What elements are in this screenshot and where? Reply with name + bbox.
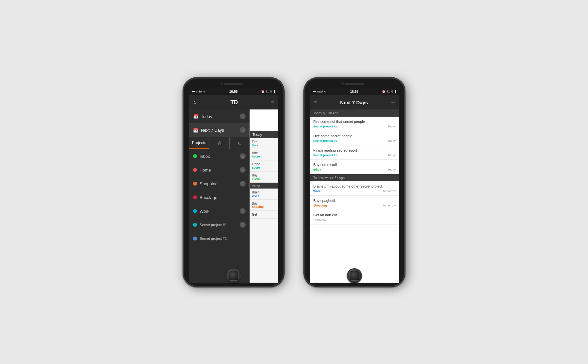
task-brainstorm[interactable]: Brainstorm about some other secret proje…: [310, 181, 399, 196]
projects-list: Inbox 2 Home 2 Shopping 1: [189, 149, 250, 245]
preview-task-finish[interactable]: Finish Secre: [250, 160, 278, 172]
task-preview-panel: Today Fire Secr Hire Secre Finish Secre …: [250, 131, 278, 283]
volume-up-button-right[interactable]: [304, 111, 304, 121]
today-section-header: Today qui 30 Ago: [310, 109, 399, 117]
home-label: Home: [200, 168, 211, 173]
hire-project-label: Secret project #1: [313, 139, 337, 142]
brainstorm-date: Tomorrow: [383, 190, 396, 193]
project-shopping[interactable]: Shopping 1: [189, 177, 250, 190]
secret2-dot: [193, 237, 197, 240]
shopping-badge: 1: [240, 181, 246, 187]
next7days-badge: 8: [240, 127, 246, 133]
fire-title: Fire: [252, 140, 276, 144]
speaker-right: [345, 83, 364, 85]
finish-project: Secre: [252, 166, 276, 169]
preview-task-hire[interactable]: Hire Secre: [250, 149, 278, 160]
project-inbox[interactable]: Inbox 2: [189, 149, 250, 163]
preview-task-brain[interactable]: Brain Work: [250, 189, 278, 200]
refresh-icon[interactable]: ↻: [193, 100, 197, 105]
today-badge: 4: [240, 113, 246, 119]
project-bricolage[interactable]: Bricolage: [189, 190, 250, 204]
screen-content: 📅 Today 4 📆 Next 7 Days 8 Projects: [189, 109, 278, 283]
tasklist-content: Today qui 30 Ago Fire some not that secr…: [310, 109, 399, 224]
power-button-right[interactable]: [404, 130, 405, 147]
left-phone: ▪▪▪ entel ∿ 16:55 ⏰ 91 % ▐ ↻ TD ≡ 📅: [183, 77, 284, 287]
preview-task-fire[interactable]: Fire Secr: [250, 138, 278, 149]
time-display-right: 16:55: [350, 90, 359, 93]
shopping-dot: [193, 182, 197, 186]
haircut-date: Tomorrow: [313, 218, 326, 222]
haircut-meta: Tomorrow: [313, 218, 396, 222]
menu-icon-right[interactable]: ≡: [314, 99, 317, 105]
preview-task-get[interactable]: Get: [250, 211, 278, 219]
task-buy-stuff[interactable]: Buy some stuff Inbox Today: [310, 160, 399, 174]
volume-down-button-right[interactable]: [304, 125, 304, 135]
project-secret2[interactable]: Secret project #2: [189, 232, 250, 245]
filter-icon: ⊟: [238, 141, 241, 145]
hire-task-title: Hire some secret people.: [313, 134, 396, 138]
project-work[interactable]: Work 1: [189, 204, 250, 218]
volume-down-button[interactable]: [183, 125, 184, 135]
home-dot: [193, 168, 197, 172]
work-dot: [193, 209, 197, 213]
buy-stuff-title: Buy some stuff: [313, 162, 396, 167]
alarm-icon: ⏰: [261, 90, 265, 93]
fire-task-title: Fire some not that secret people: [313, 119, 396, 124]
spaghetti-meta: Shopping Tomorrow: [313, 204, 396, 207]
haircut-title: Get an hair cut: [313, 213, 396, 217]
project-secret1[interactable]: Secret project #1 3: [189, 218, 250, 232]
today-preview-header: Today: [250, 131, 278, 138]
calendar-grid-icon: 📆: [193, 128, 198, 133]
battery-icon-right: ▐: [394, 90, 396, 93]
menu-icon[interactable]: ≡: [271, 100, 274, 105]
bricolage-dot: [193, 195, 197, 199]
home-button-right[interactable]: [347, 268, 362, 283]
work-badge: 1: [240, 208, 246, 214]
brain-project: Work: [252, 194, 276, 197]
task-finish[interactable]: Finish reading secret report Secret proj…: [310, 145, 399, 160]
get-title: Get: [252, 213, 276, 216]
fire-meta: Secret project #1 Today: [313, 125, 396, 128]
camera-right: [341, 82, 344, 85]
calendar-icon: 📅: [193, 114, 198, 119]
fire-project-label: Secret project #1: [313, 125, 337, 128]
task-fire[interactable]: Fire some not that secret people Secret …: [310, 117, 399, 131]
home-badge: 2: [240, 167, 246, 173]
wifi-icon: ∿: [203, 90, 206, 93]
tab-mentions[interactable]: @: [209, 137, 229, 149]
inbox-badge: 2: [240, 153, 246, 159]
secret1-dot: [193, 223, 197, 227]
add-icon[interactable]: +: [391, 99, 395, 106]
finish-title: Finish: [252, 162, 276, 166]
volume-up-button[interactable]: [183, 111, 184, 121]
task-spaghetti[interactable]: Buy spaghetti. Shopping Tomorrow: [310, 196, 399, 210]
right-phone: ▪▪▪ entel ∿ 16:55 ⏰ 91 % ▐ ≡ Next 7 Days…: [304, 77, 405, 287]
battery-label: 91 %: [266, 90, 272, 93]
camera: [220, 82, 223, 85]
project-home[interactable]: Home 2: [189, 163, 250, 177]
finish-date: Today: [388, 154, 396, 157]
task-haircut[interactable]: Get an hair cut Tomorrow: [310, 210, 399, 224]
bricolage-label: Bricolage: [200, 195, 217, 200]
preview-task-buy2[interactable]: Buy Shoping: [250, 200, 278, 211]
brain-title: Brain: [252, 190, 276, 194]
tab-projects-label: Projects: [192, 141, 206, 145]
fire-project: Secr: [252, 144, 276, 147]
tab-filter[interactable]: ⊟: [230, 137, 250, 149]
tab-projects[interactable]: Projects: [189, 137, 209, 149]
spaghetti-title: Buy spaghetti.: [313, 198, 396, 203]
home-button[interactable]: [226, 268, 241, 283]
work-label: Work: [200, 209, 209, 214]
hire-project: Secre: [252, 155, 276, 158]
task-hire[interactable]: Hire some secret people. Secret project …: [310, 131, 399, 145]
fire-date: Today: [388, 125, 396, 128]
power-button[interactable]: [284, 130, 284, 147]
buy-stuff-date: Today: [388, 168, 396, 171]
tomorrow-preview-header: Tomor: [250, 183, 278, 189]
sidebar-item-today[interactable]: 📅 Today 4: [189, 109, 250, 123]
brainstorm-title: Brainstorm about some other secret proje…: [313, 184, 396, 189]
home-button-inner: [229, 271, 238, 281]
preview-task-buy[interactable]: Buy Inbox: [250, 172, 278, 183]
sidebar-item-next7days[interactable]: 📆 Next 7 Days 8: [189, 123, 250, 137]
tasklist-header: ≡ Next 7 Days +: [310, 95, 399, 109]
